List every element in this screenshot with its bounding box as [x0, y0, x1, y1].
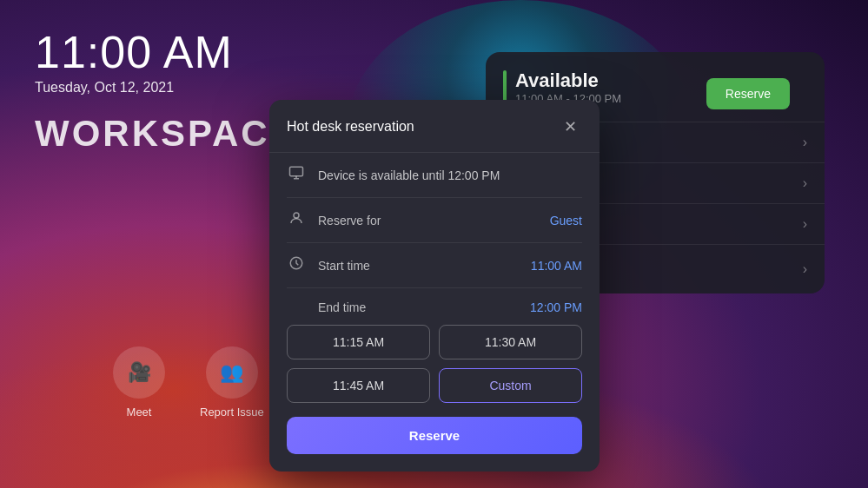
time-options: 11:15 AM 11:30 AM 11:45 AM Custom: [269, 318, 600, 413]
end-time-value: 12:00 PM: [530, 300, 582, 314]
meet-icon: 🎥: [113, 346, 165, 399]
report-icon: 👥: [206, 346, 258, 399]
clock-icon: [287, 255, 306, 275]
meet-label: Meet: [127, 406, 152, 419]
clock-date: Tuesday, Oct 12, 2021: [35, 80, 233, 96]
report-label: Report Issue: [200, 406, 264, 419]
modal-title: Hot desk reservation: [287, 119, 414, 135]
time-option-custom[interactable]: Custom: [439, 368, 582, 403]
panel-row-2-chevron: ›: [803, 175, 807, 191]
report-icon-item[interactable]: 👥 Report Issue: [200, 346, 264, 419]
modal-close-button[interactable]: ✕: [559, 115, 582, 138]
person-icon: [287, 210, 306, 230]
start-time-label: Start time: [318, 259, 519, 273]
modal-reserve-button[interactable]: Reserve: [287, 417, 582, 454]
start-time-value: 11:00 AM: [531, 259, 582, 273]
time-option-1130[interactable]: 11:30 AM: [439, 325, 582, 359]
device-available-row: Device is available until 12:00 PM: [287, 153, 582, 198]
bottom-icon-bar: 🎥 Meet 👥 Report Issue: [113, 346, 264, 419]
modal-header: Hot desk reservation ✕: [269, 100, 600, 153]
reserve-for-row: Reserve for Guest: [287, 198, 582, 243]
modal-body: Device is available until 12:00 PM Reser…: [269, 153, 600, 318]
svg-point-1: [294, 213, 299, 218]
panel-row-3-chevron: ›: [803, 216, 807, 232]
time-option-1145[interactable]: 11:45 AM: [287, 368, 430, 403]
end-time-row: End time 12:00 PM: [287, 288, 582, 318]
bottom-available-chevron: ›: [803, 261, 807, 277]
available-title: Available: [515, 69, 621, 92]
time-option-1115[interactable]: 11:15 AM: [287, 325, 430, 359]
start-time-row: Start time 11:00 AM: [287, 243, 582, 288]
monitor-icon: [287, 165, 306, 185]
end-time-label: End time: [318, 300, 518, 314]
meet-icon-item[interactable]: 🎥 Meet: [113, 346, 165, 419]
panel-row-1-chevron: ›: [803, 135, 807, 150]
time-display: 11:00 AM Tuesday, Oct 12, 2021: [35, 26, 233, 96]
svg-rect-0: [290, 167, 303, 176]
clock-time: 11:00 AM: [35, 26, 233, 78]
reserve-for-value: Guest: [550, 214, 582, 228]
reserve-for-label: Reserve for: [318, 214, 538, 228]
panel-reserve-button[interactable]: Reserve: [706, 78, 790, 109]
device-available-text: Device is available until 12:00 PM: [318, 168, 582, 182]
reservation-modal: Hot desk reservation ✕ Device is availab…: [269, 100, 600, 472]
